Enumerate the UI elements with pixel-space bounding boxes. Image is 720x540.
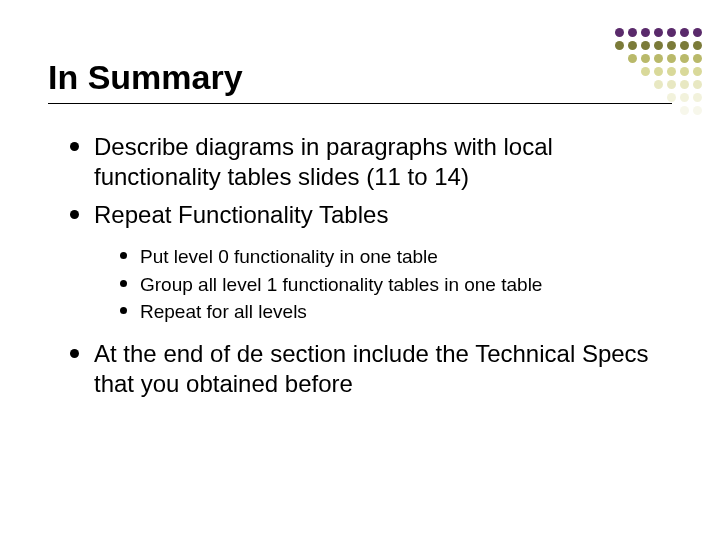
sub-bullet-list: Put level 0 functionality in one table G…: [94, 244, 672, 325]
sub-bullet-item: Group all level 1 functionality tables i…: [120, 272, 672, 298]
sub-bullet-item: Repeat for all levels: [120, 299, 672, 325]
sub-bullet-item: Put level 0 functionality in one table: [120, 244, 672, 270]
corner-decoration: [615, 28, 702, 115]
bullet-item: Repeat Functionality Tables Put level 0 …: [70, 200, 672, 325]
bullet-item: Describe diagrams in paragraphs with loc…: [70, 132, 672, 192]
bullet-text: Repeat Functionality Tables: [94, 201, 388, 228]
slide-title: In Summary: [48, 58, 672, 97]
bullet-item: At the end of de section include the Tec…: [70, 339, 672, 399]
title-underline: [48, 103, 672, 104]
bullet-list: Describe diagrams in paragraphs with loc…: [48, 132, 672, 399]
slide-content: In Summary Describe diagrams in paragrap…: [0, 0, 720, 399]
